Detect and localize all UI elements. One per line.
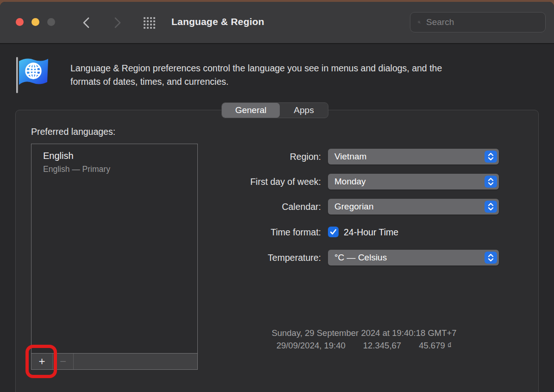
24-hour-label: 24-Hour Time [344,227,398,238]
temperature-label: Temperature: [173,250,321,266]
time-format-label: Time format: [173,224,321,240]
traffic-lights [16,18,55,26]
short-date-preview: 29/09/2024, 19:40 [277,341,346,351]
search-field[interactable] [410,12,546,32]
checkmark-icon [329,228,337,236]
language-region-flag-icon [14,56,53,95]
dropdown-stepper-icon [485,201,497,213]
search-icon [418,17,421,27]
region-value: Vietnam [334,152,366,162]
language-detail: English — Primary [43,164,197,174]
date-format-preview: Sunday, 29 September 2024 at 19:40:18 GM… [202,328,526,338]
temperature-dropdown[interactable]: °C — Celsius [328,250,499,266]
language-list-toolbar: + − [31,353,198,370]
plus-icon: + [38,356,45,367]
calendar-value: Gregorian [334,202,374,212]
forward-button[interactable] [111,16,124,30]
tab-apps[interactable]: Apps [280,103,328,118]
number-format-preview: 12.345,67 [363,341,401,351]
temperature-value: °C — Celsius [334,253,387,263]
preferred-languages-label: Preferred languages: [31,126,115,137]
language-region-window: Language & Region [0,2,554,392]
region-label: Region: [173,149,321,164]
page-title: Language & Region [171,16,264,27]
add-language-button[interactable]: + [31,354,53,369]
region-dropdown[interactable]: Vietnam [328,149,499,164]
zoom-button [47,18,55,26]
remove-language-button[interactable]: − [53,354,74,369]
tab-bar: General Apps [221,102,328,118]
24-hour-checkbox[interactable] [328,227,339,237]
search-input[interactable] [426,17,540,27]
first-day-value: Monday [334,177,366,187]
first-day-label: First day of week: [173,174,321,190]
title-bar: Language & Region [0,2,554,44]
back-icon [81,16,91,29]
calendar-label: Calendar: [173,199,321,215]
dropdown-stepper-icon [485,176,497,188]
show-all-grid-icon[interactable] [144,17,155,29]
back-button[interactable] [80,16,93,30]
first-day-dropdown[interactable]: Monday [328,174,499,190]
description-line: formats of dates, times, and currencies. [70,75,543,89]
close-button[interactable] [16,18,24,26]
forward-icon [113,16,123,29]
dropdown-stepper-icon [485,151,497,163]
minus-icon: − [60,356,66,367]
calendar-dropdown[interactable]: Gregorian [328,199,499,215]
currency-format-preview: 45.679 ₫ [419,341,452,351]
preferences-description: Language & Region preferences control th… [70,62,543,89]
dropdown-stepper-icon [485,252,497,264]
short-format-preview: 29/09/2024, 19:40 12.345,67 45.679 ₫ [202,341,526,351]
tab-general[interactable]: General [222,103,280,118]
minimize-button[interactable] [31,18,39,26]
description-line: Language & Region preferences control th… [70,62,543,75]
full-date-preview: Sunday, 29 September 2024 at 19:40:18 GM… [271,328,456,338]
